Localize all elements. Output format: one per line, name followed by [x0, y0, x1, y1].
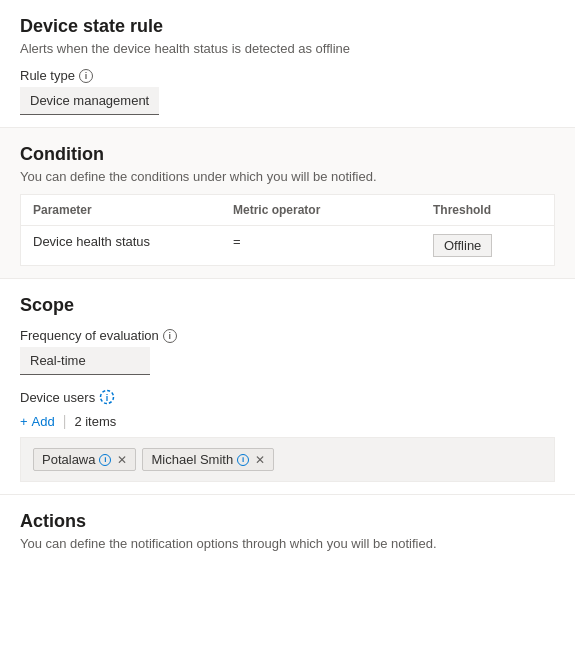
tag-potalawa-info-icon[interactable]: i: [99, 454, 111, 466]
plus-icon: +: [20, 414, 28, 429]
tag-name-michael-smith: Michael Smith: [151, 452, 233, 467]
device-users-label: Device users i: [20, 389, 555, 405]
condition-header-row: Parameter Metric operator Threshold: [21, 195, 554, 226]
device-users-info-icon[interactable]: i: [99, 389, 115, 405]
threshold-badge: Offline: [433, 234, 492, 257]
condition-threshold-cell: Offline: [433, 234, 542, 257]
condition-title: Condition: [20, 144, 555, 165]
col-header-parameter: Parameter: [33, 203, 233, 217]
condition-section: Condition You can define the conditions …: [0, 128, 575, 279]
tags-container: Potalawa i ✕ Michael Smith i ✕: [20, 437, 555, 482]
items-count: 2 items: [74, 414, 116, 429]
rule-type-info-icon[interactable]: i: [79, 69, 93, 83]
svg-text:i: i: [106, 393, 109, 403]
page-title: Device state rule: [20, 16, 555, 37]
frequency-value: Real-time: [20, 347, 150, 375]
header-section: Device state rule Alerts when the device…: [0, 0, 575, 128]
col-header-metric: Metric operator: [233, 203, 433, 217]
add-label: Add: [32, 414, 55, 429]
col-header-threshold: Threshold: [433, 203, 542, 217]
frequency-label: Frequency of evaluation i: [20, 328, 555, 343]
condition-data-row: Device health status = Offline: [21, 226, 554, 265]
tag-michael-info-icon[interactable]: i: [237, 454, 249, 466]
rule-type-label: Rule type i: [20, 68, 555, 83]
scope-title: Scope: [20, 295, 555, 316]
page-subtitle: Alerts when the device health status is …: [20, 41, 555, 56]
condition-operator-value: =: [233, 234, 433, 257]
add-button[interactable]: + Add: [20, 414, 55, 429]
rule-type-value: Device management: [20, 87, 159, 115]
actions-subtitle: You can define the notification options …: [20, 536, 555, 551]
tag-potalawa-remove-icon[interactable]: ✕: [117, 454, 127, 466]
frequency-info-icon[interactable]: i: [163, 329, 177, 343]
tag-potalawa: Potalawa i ✕: [33, 448, 136, 471]
tag-michael-smith: Michael Smith i ✕: [142, 448, 274, 471]
condition-subtitle: You can define the conditions under whic…: [20, 169, 555, 184]
page-container: Device state rule Alerts when the device…: [0, 0, 575, 654]
tag-michael-remove-icon[interactable]: ✕: [255, 454, 265, 466]
tag-name-potalawa: Potalawa: [42, 452, 95, 467]
actions-section: Actions You can define the notification …: [0, 495, 575, 563]
actions-title: Actions: [20, 511, 555, 532]
scope-section: Scope Frequency of evaluation i Real-tim…: [0, 279, 575, 495]
add-bar: + Add | 2 items: [20, 413, 555, 429]
condition-parameter-value: Device health status: [33, 234, 233, 257]
condition-table: Parameter Metric operator Threshold Devi…: [20, 194, 555, 266]
add-bar-divider: |: [63, 413, 67, 429]
